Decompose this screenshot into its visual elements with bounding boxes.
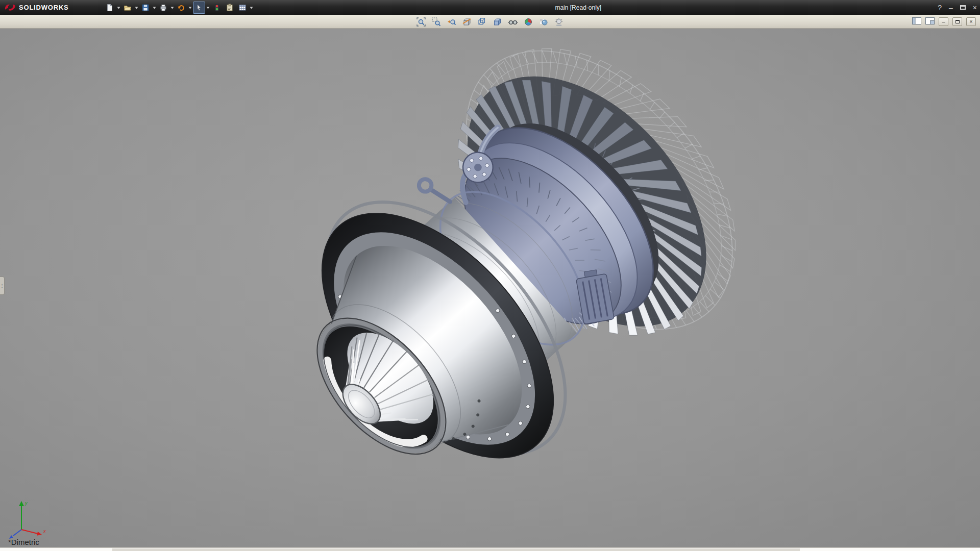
heads-up-view-toolbar [415, 15, 565, 29]
triad-y-arrowhead [19, 501, 24, 506]
close-button[interactable]: × [973, 4, 977, 11]
display-style-icon [493, 17, 503, 27]
engine-assembly[interactable] [238, 29, 789, 538]
restore-glyph-icon [955, 20, 960, 23]
toolbar-options-dropdown[interactable] [249, 2, 254, 14]
select-cursor-icon [195, 4, 203, 12]
reference-triad[interactable]: y x [6, 497, 52, 543]
zoom-to-fit-button[interactable] [415, 16, 427, 28]
standard-toolbar [104, 2, 254, 14]
app-name: SOLIDWORKS [19, 4, 69, 11]
solidworks-window: SOLIDWORKS [0, 0, 980, 551]
ds-logo-icon [4, 4, 16, 12]
save-button[interactable] [139, 2, 152, 14]
help-button[interactable]: ? [938, 4, 942, 11]
show-feature-pane-button[interactable] [912, 17, 921, 27]
view-orientation-button[interactable] [476, 16, 488, 28]
apply-scene-button[interactable] [537, 16, 550, 28]
previous-view-button[interactable] [446, 16, 458, 28]
window-controls: ? – × [938, 0, 977, 15]
status-strip-segment [112, 548, 800, 551]
edit-appearance-button[interactable] [522, 16, 534, 28]
hide-show-items-icon [508, 17, 518, 27]
open-folder-icon [124, 4, 132, 12]
undo-dropdown[interactable] [188, 2, 192, 14]
triad-x-axis [21, 530, 38, 534]
design-table-button[interactable] [236, 2, 249, 14]
zoom-to-fit-icon [416, 17, 426, 27]
rebuild-button[interactable] [211, 2, 223, 14]
engine-model[interactable] [0, 29, 980, 547]
doc-minimize-button[interactable]: – [939, 17, 948, 26]
section-view-button[interactable] [461, 16, 473, 28]
save-dropdown[interactable] [152, 2, 157, 14]
undo-button[interactable] [175, 2, 187, 14]
new-document-button[interactable] [104, 2, 116, 14]
design-table-icon [238, 4, 247, 12]
feature-pane-icon [912, 17, 921, 24]
zoom-to-area-icon [431, 17, 442, 27]
new-document-dropdown[interactable] [116, 2, 121, 14]
previous-view-icon [447, 17, 457, 27]
view-orientation-label: *Dimetric [8, 538, 39, 546]
split-view-icon [925, 17, 935, 24]
edit-appearance-icon [523, 17, 533, 27]
triad-z-axis [13, 530, 21, 536]
hide-show-items-button[interactable] [507, 16, 519, 28]
view-orientation-icon [477, 17, 487, 27]
open-dropdown[interactable] [134, 2, 139, 14]
open-button[interactable] [121, 2, 134, 14]
new-document-icon [106, 4, 114, 12]
rebuild-stoplight-icon [213, 4, 221, 12]
save-icon [141, 4, 150, 12]
graphics-viewport[interactable]: y x *Dimetric ⋮ [0, 29, 980, 547]
undo-icon [177, 4, 185, 12]
title-bar: SOLIDWORKS [0, 0, 980, 15]
doc-close-button[interactable]: × [966, 17, 976, 26]
view-settings-icon [554, 17, 564, 27]
select-dropdown[interactable] [206, 2, 210, 14]
restore-button[interactable] [960, 5, 966, 10]
print-icon [159, 4, 167, 12]
triad-x-label: x [43, 529, 46, 534]
file-properties-icon [226, 4, 234, 12]
featuremanager-flyout-handle[interactable]: ⋮ [0, 277, 5, 295]
document-title: main [Read-only] [555, 4, 601, 11]
file-properties-button[interactable] [224, 2, 236, 14]
triad-x-arrowhead [37, 532, 42, 536]
app-logo: SOLIDWORKS [0, 4, 74, 12]
minimize-button[interactable]: – [949, 4, 953, 11]
view-settings-button[interactable] [553, 16, 565, 28]
print-button[interactable] [157, 2, 169, 14]
display-style-button[interactable] [492, 16, 504, 28]
status-strip [0, 547, 980, 551]
doc-restore-button[interactable] [952, 17, 962, 26]
zoom-to-area-button[interactable] [430, 16, 443, 28]
print-dropdown[interactable] [170, 2, 175, 14]
apply-scene-icon [538, 17, 549, 27]
select-button[interactable] [193, 2, 205, 14]
document-window-controls: – × [912, 15, 976, 29]
split-view-button[interactable] [925, 17, 935, 27]
triad-y-label: y [24, 500, 28, 506]
heads-up-toolbar-row: – × [0, 15, 980, 29]
section-view-icon [462, 17, 472, 27]
